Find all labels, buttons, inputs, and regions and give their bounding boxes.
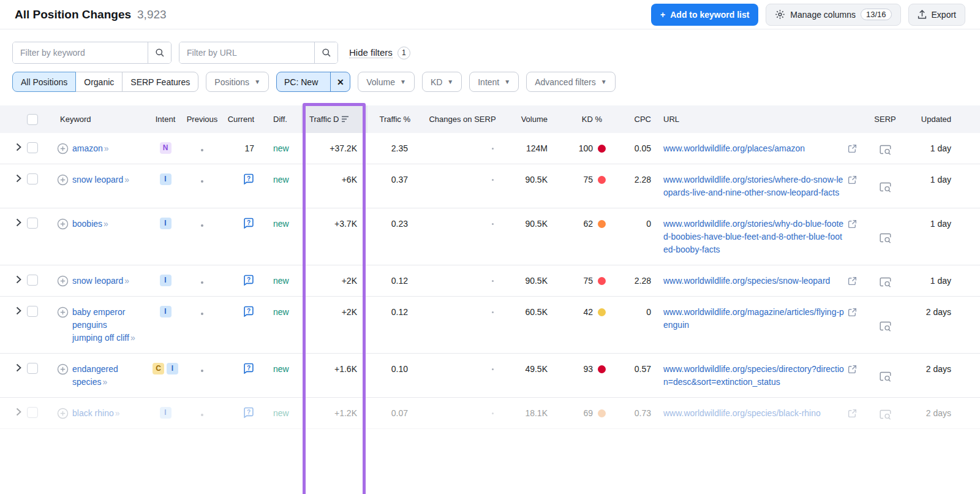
export-icon <box>918 10 927 20</box>
url-link[interactable]: www.worldwildlife.org/species/snow-leopa… <box>663 275 844 287</box>
tab-all-positions[interactable]: All Positions <box>12 72 76 92</box>
keyword-link[interactable]: snow leopard» <box>72 173 135 186</box>
row-checkbox[interactable] <box>27 407 38 418</box>
col-traffic-pct[interactable]: Traffic % <box>368 115 423 124</box>
external-link-icon[interactable] <box>848 175 857 184</box>
view-serp-icon[interactable] <box>880 276 891 287</box>
external-link-icon[interactable] <box>848 144 857 153</box>
col-intent[interactable]: Intent <box>147 115 184 124</box>
url-link[interactable]: www.worldwildlife.org/magazine/articles/… <box>663 306 844 332</box>
pc-new-filter-chip[interactable]: PC: New ✕ <box>276 72 350 92</box>
advanced-filters-dropdown[interactable]: Advanced filters ▼ <box>526 72 616 92</box>
url-link[interactable]: www.worldwildlife.org/stories/why-do-blu… <box>663 218 844 256</box>
view-serp-icon[interactable] <box>880 308 891 344</box>
col-updated[interactable]: Updated <box>903 115 980 124</box>
keyword-link[interactable]: snow leopard» <box>72 275 135 287</box>
add-keyword-plus-icon[interactable] <box>57 306 69 318</box>
view-serp-icon[interactable] <box>880 219 891 256</box>
url-link[interactable]: www.worldwildlife.org/species/black-rhin… <box>663 407 844 420</box>
keyword-link[interactable]: boobies» <box>72 218 135 230</box>
serp-changes-dot <box>492 148 494 150</box>
kd-filter-dropdown[interactable]: KD ▼ <box>422 72 462 92</box>
add-to-keyword-list-button[interactable]: + Add to keyword list <box>651 4 758 26</box>
keyword-link[interactable]: endangered species» <box>72 363 135 389</box>
col-cpc[interactable]: CPC <box>609 115 655 124</box>
row-checkbox[interactable] <box>27 363 38 374</box>
remove-filter-button[interactable]: ✕ <box>330 72 350 91</box>
manage-columns-button[interactable]: Manage columns 13/16 <box>766 4 900 26</box>
select-all-checkbox[interactable] <box>27 114 38 125</box>
view-serp-icon[interactable] <box>880 144 891 155</box>
external-link-icon[interactable] <box>848 276 857 286</box>
col-kd[interactable]: KD % <box>551 115 609 124</box>
url-link[interactable]: www.worldwildlife.org/places/amazon <box>663 142 844 155</box>
add-keyword-plus-icon[interactable] <box>57 143 69 154</box>
add-keyword-plus-icon[interactable] <box>57 408 69 419</box>
url-filter-input[interactable] <box>179 42 314 63</box>
question-bubble-icon[interactable]: ? <box>243 407 254 418</box>
expand-row-chevron[interactable] <box>16 174 21 183</box>
expand-row-chevron[interactable] <box>16 275 21 284</box>
volume-filter-dropdown[interactable]: Volume ▼ <box>358 72 415 92</box>
table-row: snow leopard» I ? new +6K 0.37 90.5K 75 … <box>0 164 980 208</box>
keyword-search-button[interactable] <box>148 42 171 63</box>
external-link-icon[interactable] <box>848 365 857 374</box>
question-bubble-icon[interactable]: ? <box>243 363 254 374</box>
expand-row-chevron[interactable] <box>16 218 21 227</box>
export-button[interactable]: Export <box>908 4 965 26</box>
previous-position-dot <box>201 313 203 315</box>
col-diff[interactable]: Diff. <box>263 115 301 124</box>
row-checkbox[interactable] <box>27 275 38 286</box>
row-checkbox[interactable] <box>27 306 38 317</box>
intent-filter-label: Intent <box>478 77 499 87</box>
results-count: 3,923 <box>137 8 167 21</box>
keyword-link[interactable]: amazon» <box>72 142 135 155</box>
view-serp-icon[interactable] <box>880 409 891 420</box>
row-checkbox[interactable] <box>27 173 38 184</box>
external-link-icon[interactable] <box>848 219 857 229</box>
col-volume[interactable]: Volume <box>502 115 551 124</box>
add-keyword-plus-icon[interactable] <box>57 275 69 287</box>
question-bubble-icon[interactable]: ? <box>243 218 254 229</box>
col-traffic-diff[interactable]: Traffic D <box>301 105 368 133</box>
kd-filter-label: KD <box>431 77 442 87</box>
col-keyword[interactable]: Keyword <box>48 115 147 124</box>
tab-organic[interactable]: Organic <box>75 72 123 92</box>
expand-row-chevron[interactable] <box>16 143 21 151</box>
intent-filter-dropdown[interactable]: Intent ▼ <box>469 72 519 92</box>
expand-row-chevron[interactable] <box>16 363 21 372</box>
question-bubble-icon[interactable]: ? <box>243 306 254 317</box>
view-serp-icon[interactable] <box>880 175 891 199</box>
svg-text:?: ? <box>247 175 251 182</box>
url-search-button[interactable] <box>314 42 337 63</box>
hide-filters-link[interactable]: Hide filters <box>349 47 393 58</box>
intent-badges: I <box>147 164 184 208</box>
intent-badge-I: I <box>167 363 178 374</box>
view-serp-icon[interactable] <box>880 365 891 389</box>
external-link-icon[interactable] <box>848 409 857 418</box>
col-current[interactable]: Current <box>221 115 263 124</box>
tab-serp-features[interactable]: SERP Features <box>122 72 198 92</box>
traffic-pct-value: 2.35 <box>368 133 423 164</box>
traffic-diff-value: +1.2K <box>301 398 368 428</box>
keyword-link[interactable]: black rhino» <box>72 407 135 420</box>
expand-row-chevron[interactable] <box>16 306 21 315</box>
col-url[interactable]: URL <box>655 115 867 124</box>
expand-row-chevron[interactable] <box>16 408 21 416</box>
url-link[interactable]: www.worldwildlife.org/species/directory?… <box>663 363 844 389</box>
question-bubble-icon[interactable]: ? <box>243 173 254 184</box>
add-keyword-plus-icon[interactable] <box>57 218 69 230</box>
row-checkbox[interactable] <box>27 142 38 153</box>
question-bubble-icon[interactable]: ? <box>243 275 254 286</box>
col-previous[interactable]: Previous <box>184 115 221 124</box>
col-serp[interactable]: SERP <box>867 115 903 124</box>
col-changes-on-serp[interactable]: Changes on SERP <box>423 115 502 124</box>
keyword-filter-input[interactable] <box>13 42 148 63</box>
row-checkbox[interactable] <box>27 218 38 229</box>
url-link[interactable]: www.worldwildlife.org/stories/where-do-s… <box>663 173 844 199</box>
add-keyword-plus-icon[interactable] <box>57 174 69 186</box>
positions-filter-dropdown[interactable]: Positions ▼ <box>206 72 269 92</box>
keyword-link[interactable]: baby emperor penguins jumping off cliff» <box>72 306 135 344</box>
add-keyword-plus-icon[interactable] <box>57 363 69 375</box>
external-link-icon[interactable] <box>848 308 857 317</box>
